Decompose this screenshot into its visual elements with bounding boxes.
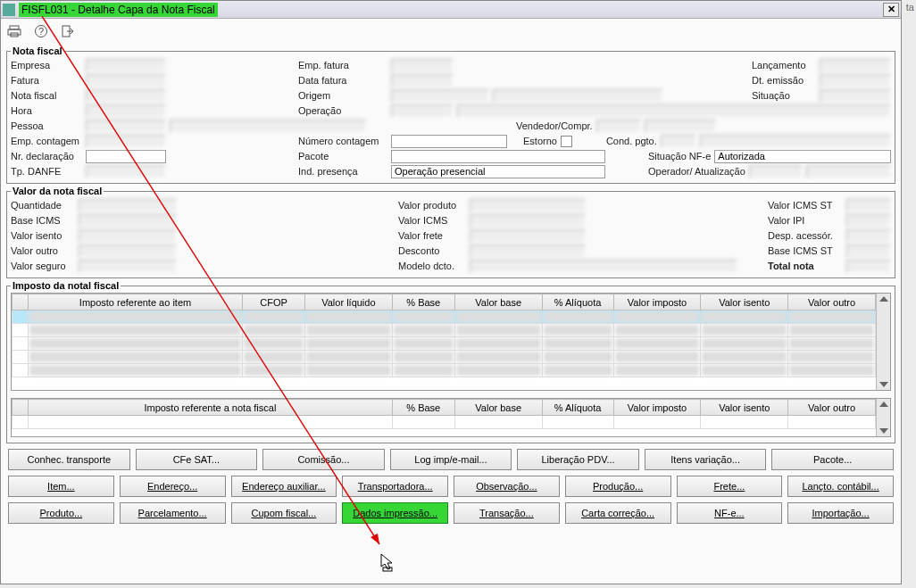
- fld-valor-produto[interactable]: [470, 199, 586, 212]
- scrollbar-vertical[interactable]: [876, 294, 890, 390]
- th-handle[interactable]: [12, 294, 29, 311]
- fld-valor-seguro[interactable]: [79, 260, 177, 273]
- fld-valor-isento[interactable]: [79, 229, 177, 243]
- btn-endereco[interactable]: Endereço...: [120, 476, 226, 497]
- fld-dt-emissao[interactable]: [820, 74, 891, 87]
- fld-situacao[interactable]: [820, 89, 891, 103]
- print-icon[interactable]: [6, 23, 22, 39]
- table-row[interactable]: [12, 351, 876, 364]
- fld-base-icms[interactable]: [79, 214, 177, 228]
- th-pct-aliq[interactable]: % Alíquota: [542, 294, 613, 311]
- th-handle-2[interactable]: [12, 400, 29, 416]
- fld-atualizacao[interactable]: [806, 165, 891, 178]
- btn-pacote[interactable]: Pacote...: [771, 449, 894, 470]
- fld-numero-contagem[interactable]: [391, 135, 507, 148]
- fld-operacao[interactable]: [391, 104, 454, 118]
- btn-conhec-transporte[interactable]: Conhec. transporte: [8, 449, 130, 470]
- btn-importacao[interactable]: Importação...: [787, 502, 894, 524]
- fld-valor-outro[interactable]: [79, 244, 177, 258]
- fld-valor-ipi[interactable]: [846, 214, 891, 228]
- fld-modelo-dcto[interactable]: [470, 260, 737, 273]
- fld-desp-acessor[interactable]: [846, 229, 891, 243]
- btn-lancto-contabil[interactable]: Lançto. contábil...: [787, 476, 894, 497]
- fld-tp-danfe[interactable]: [86, 165, 166, 178]
- btn-transportadora[interactable]: Transportadora...: [342, 476, 448, 497]
- table-row[interactable]: [12, 324, 876, 337]
- fld-desconto[interactable]: [470, 244, 586, 258]
- help-icon[interactable]: ?: [33, 23, 49, 39]
- fld-emp-fatura[interactable]: [391, 59, 454, 72]
- fld-valor-icms-st[interactable]: [846, 199, 891, 212]
- btn-cfe-sat[interactable]: CFe SAT...: [136, 449, 258, 470]
- btn-frete[interactable]: Frete...: [677, 476, 783, 497]
- btn-producao[interactable]: Produção...: [565, 476, 671, 497]
- fld-emp-contagem[interactable]: [86, 135, 166, 148]
- fld-vendedor-2[interactable]: [645, 120, 716, 133]
- th-valor-isento[interactable]: Valor isento: [701, 294, 788, 311]
- btn-liberacao-pdv[interactable]: Liberação PDV...: [517, 449, 639, 470]
- svg-rect-1: [8, 29, 21, 35]
- th-valor-isento-2[interactable]: Valor isento: [701, 400, 788, 416]
- th-valor-outro-2[interactable]: Valor outro: [788, 400, 876, 416]
- btn-comissao[interactable]: Comissão...: [262, 449, 385, 470]
- btn-observacao[interactable]: Observação...: [454, 476, 560, 497]
- table-row[interactable]: [12, 311, 876, 324]
- fld-pessoa[interactable]: [86, 120, 166, 133]
- fld-cond-pgto-desc[interactable]: [700, 135, 891, 148]
- fld-pessoa-desc[interactable]: [170, 120, 366, 133]
- btn-transacao[interactable]: Transação...: [454, 502, 560, 524]
- fld-empresa[interactable]: [86, 59, 166, 72]
- th-pct-base-2[interactable]: % Base: [392, 400, 454, 416]
- th-cfop[interactable]: CFOP: [243, 294, 305, 311]
- fld-hora[interactable]: [86, 104, 166, 118]
- fld-origem[interactable]: [391, 89, 489, 103]
- btn-produto[interactable]: Produto...: [8, 502, 114, 524]
- fld-origem-2[interactable]: [493, 89, 662, 103]
- th-pct-aliq-2[interactable]: % Alíquota: [542, 400, 613, 416]
- btn-carta-correcao[interactable]: Carta correção...: [565, 502, 671, 524]
- th-valor-base-2[interactable]: Valor base: [454, 400, 542, 416]
- btn-cupom-fiscal[interactable]: Cupom fiscal...: [231, 502, 337, 524]
- fld-valor-frete[interactable]: [470, 229, 586, 243]
- th-valor-liquido[interactable]: Valor líquido: [305, 294, 393, 311]
- th-valor-base[interactable]: Valor base: [454, 294, 542, 311]
- table-row[interactable]: [12, 364, 876, 377]
- fld-data-fatura[interactable]: [391, 74, 454, 87]
- th-valor-imposto-2[interactable]: Valor imposto: [613, 400, 701, 416]
- btn-parcelamento[interactable]: Parcelamento...: [120, 502, 226, 524]
- tax-note-table[interactable]: Imposto referente a nota fiscal % Base V…: [12, 399, 876, 429]
- fld-total-nota[interactable]: [846, 260, 891, 273]
- fld-operador[interactable]: [749, 165, 803, 178]
- chk-estorno[interactable]: [561, 136, 572, 147]
- th-imposto-item[interactable]: Imposto referente ao item: [29, 294, 243, 311]
- fld-lancamento[interactable]: [820, 59, 891, 72]
- th-imposto-nota[interactable]: Imposto referente a nota fiscal: [29, 400, 393, 416]
- table-row[interactable]: [12, 337, 876, 351]
- fld-fatura[interactable]: [86, 74, 166, 87]
- fld-nota-fiscal[interactable]: [86, 89, 166, 103]
- btn-endereco-aux[interactable]: Endereço auxiliar...: [231, 476, 337, 497]
- fld-operacao-desc[interactable]: [457, 104, 891, 118]
- exit-icon[interactable]: [60, 23, 76, 39]
- fld-valor-icms[interactable]: [470, 214, 586, 228]
- btn-item[interactable]: Item...: [8, 476, 114, 497]
- tax-item-table[interactable]: Imposto referente ao item CFOP Valor líq…: [12, 294, 876, 377]
- th-pct-base[interactable]: % Base: [392, 294, 454, 311]
- fld-cond-pgto[interactable]: [661, 135, 696, 148]
- fld-situacao-nfe[interactable]: Autorizada: [714, 150, 891, 163]
- btn-nfe[interactable]: NF-e...: [677, 502, 783, 524]
- btn-dados-impressao[interactable]: Dados impressão...: [342, 502, 448, 524]
- scrollbar-vertical-2[interactable]: [876, 399, 890, 436]
- btn-itens-variacao[interactable]: Itens variação...: [645, 449, 767, 470]
- fld-base-icms-st[interactable]: [846, 244, 891, 258]
- th-valor-outro[interactable]: Valor outro: [788, 294, 876, 311]
- fld-ind-presenca[interactable]: Operação presencial: [391, 165, 605, 178]
- th-valor-imposto[interactable]: Valor imposto: [613, 294, 701, 311]
- close-button[interactable]: ✕: [883, 3, 899, 17]
- btn-log-imp-email[interactable]: Log imp/e-mail...: [390, 449, 512, 470]
- fld-nr-declaracao[interactable]: [86, 150, 166, 163]
- table-row[interactable]: [12, 416, 876, 429]
- fld-quantidade[interactable]: [79, 199, 177, 212]
- fld-vendedor[interactable]: [596, 120, 641, 133]
- fld-pacote[interactable]: [391, 150, 605, 163]
